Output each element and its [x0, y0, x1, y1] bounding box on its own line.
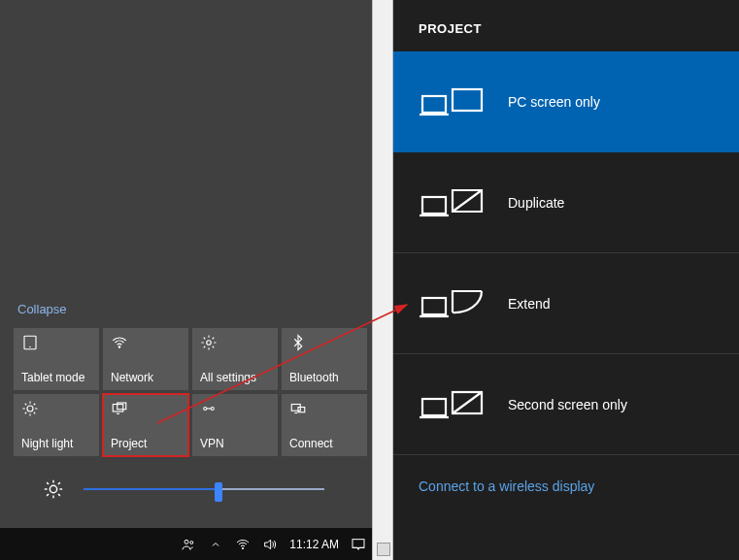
svg-point-32 [190, 541, 193, 544]
wifi-tray-icon[interactable] [235, 537, 251, 552]
svg-marker-34 [265, 540, 271, 548]
night-light-tile[interactable]: Night light [14, 394, 99, 456]
project-mode-icon [419, 82, 487, 121]
svg-point-31 [185, 540, 188, 544]
project-panel-title: PROJECT [393, 0, 739, 51]
scrollbar-gap [372, 0, 393, 560]
svg-point-33 [243, 547, 244, 548]
project-mode-icon [419, 385, 487, 424]
project-icon [111, 400, 128, 417]
project-mode-icon [419, 284, 487, 323]
duplicate-option[interactable]: Duplicate [393, 152, 739, 253]
project-option-label: PC screen only [508, 94, 600, 110]
action-center-panel: Collapse Tablet mode Network All setting… [0, 0, 372, 528]
second-screen-only-option[interactable]: Second screen only [393, 354, 739, 455]
svg-line-12 [34, 404, 36, 406]
notifications-tray-icon[interactable] [351, 537, 366, 552]
extend-option[interactable]: Extend [393, 253, 739, 354]
svg-line-29 [47, 494, 49, 496]
brightness-track[interactable] [84, 488, 324, 490]
sun-icon [21, 400, 39, 417]
svg-rect-41 [422, 298, 446, 314]
brightness-fill [84, 488, 218, 490]
vpn-tile[interactable]: VPN [192, 394, 278, 456]
bluetooth-icon [289, 334, 307, 351]
tray-chevron-up-icon[interactable] [208, 537, 223, 552]
svg-line-10 [34, 412, 36, 414]
project-option-label: Second screen only [508, 397, 627, 412]
collapse-link[interactable]: Collapse [17, 302, 67, 316]
tablet-icon [21, 334, 39, 351]
svg-line-11 [25, 412, 27, 414]
brightness-icon [43, 478, 64, 500]
tablet-mode-tile[interactable]: Tablet mode [14, 328, 99, 390]
svg-rect-36 [422, 96, 446, 113]
connect-tile[interactable]: Connect [282, 394, 367, 456]
taskbar-clock[interactable]: 11:12 AM [289, 538, 339, 551]
all-settings-tile[interactable]: All settings [192, 328, 278, 390]
network-tile[interactable]: Network [103, 328, 188, 390]
people-icon[interactable] [181, 537, 196, 552]
tile-label: Night light [21, 437, 73, 450]
project-panel: PROJECT PC screen only Duplicate Extend … [393, 0, 739, 560]
svg-point-16 [204, 408, 207, 411]
tile-label: Network [111, 371, 153, 384]
svg-line-27 [47, 482, 49, 484]
svg-rect-43 [422, 399, 446, 415]
vpn-icon [200, 400, 218, 417]
svg-line-30 [58, 482, 60, 484]
svg-rect-39 [422, 197, 446, 214]
svg-rect-35 [353, 539, 364, 547]
pc-screen-only-option[interactable]: PC screen only [393, 51, 739, 152]
svg-line-28 [58, 494, 60, 496]
tile-label: Project [111, 437, 147, 450]
svg-point-22 [50, 485, 56, 492]
svg-point-17 [211, 408, 214, 411]
taskbar: 11:12 AM [0, 528, 372, 560]
volume-tray-icon[interactable] [262, 537, 278, 552]
svg-point-3 [207, 341, 212, 346]
project-option-label: Extend [508, 296, 551, 312]
svg-rect-38 [453, 89, 482, 111]
svg-line-9 [25, 404, 27, 406]
svg-point-2 [118, 346, 120, 348]
project-tile[interactable]: Project [103, 394, 188, 456]
brightness-slider[interactable] [43, 478, 324, 500]
tile-label: Bluetooth [289, 371, 339, 384]
wifi-icon [111, 334, 128, 351]
brightness-thumb[interactable] [215, 482, 222, 502]
tile-label: Connect [289, 437, 333, 450]
connect-icon [289, 400, 307, 417]
svg-point-4 [27, 406, 33, 412]
tile-label: VPN [200, 437, 224, 450]
project-mode-icon [419, 183, 487, 222]
svg-rect-20 [298, 408, 305, 412]
tile-label: Tablet mode [21, 371, 84, 384]
project-option-label: Duplicate [508, 195, 564, 211]
bluetooth-tile[interactable]: Bluetooth [282, 328, 367, 390]
tile-label: All settings [200, 371, 256, 384]
svg-rect-13 [113, 405, 123, 412]
connect-wireless-link[interactable]: Connect to a wireless display [393, 455, 739, 517]
gear-icon [200, 334, 218, 351]
quick-action-tiles: Tablet mode Network All settings Bluetoo… [14, 328, 367, 456]
